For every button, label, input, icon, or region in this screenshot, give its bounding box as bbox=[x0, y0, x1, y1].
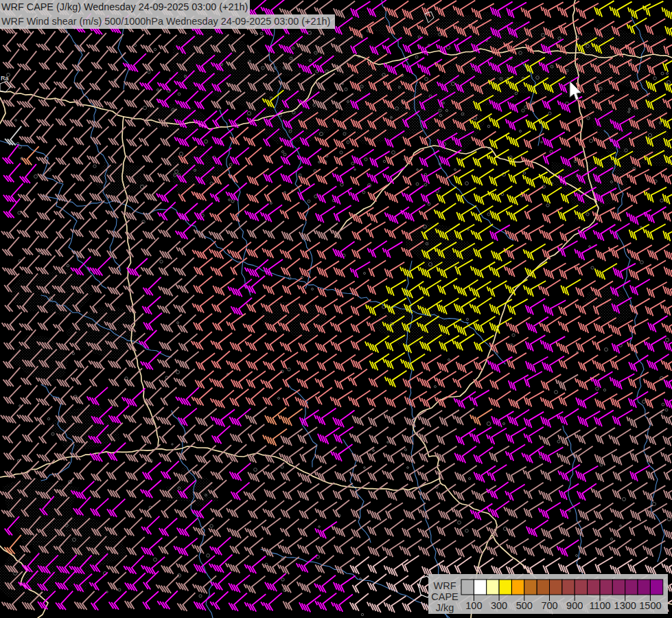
svg-text:1100: 1100 bbox=[589, 600, 610, 611]
svg-text:J/kg: J/kg bbox=[436, 602, 454, 613]
svg-text:CAPE: CAPE bbox=[431, 591, 459, 602]
svg-text:Ra: Ra bbox=[1, 75, 9, 82]
svg-text:900: 900 bbox=[566, 600, 583, 611]
svg-text:700: 700 bbox=[541, 600, 557, 611]
svg-text:WRF: WRF bbox=[433, 580, 456, 591]
svg-text:1300: 1300 bbox=[614, 600, 636, 611]
svg-text:500: 500 bbox=[516, 600, 533, 611]
svg-text:100: 100 bbox=[465, 600, 482, 611]
svg-text:300: 300 bbox=[491, 600, 507, 611]
svg-text:1500: 1500 bbox=[639, 600, 661, 611]
